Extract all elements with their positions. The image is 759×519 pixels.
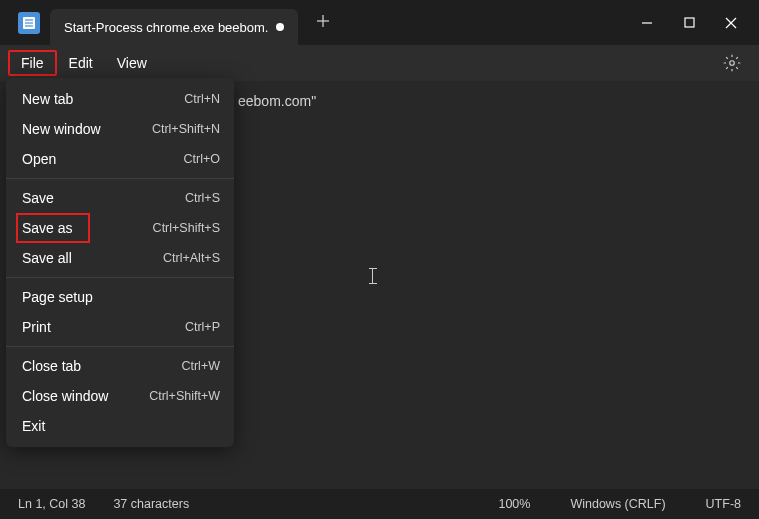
menu-view[interactable]: View — [105, 51, 159, 75]
menu-save[interactable]: SaveCtrl+S — [6, 183, 234, 213]
menu-file[interactable]: File — [8, 50, 57, 76]
menu-save-as[interactable]: Save asCtrl+Shift+S — [6, 213, 234, 243]
tab-title: Start-Process chrome.exe beebom. — [64, 20, 268, 35]
settings-button[interactable] — [719, 50, 745, 76]
menu-new-tab[interactable]: New tabCtrl+N — [6, 84, 234, 114]
status-position[interactable]: Ln 1, Col 38 — [18, 497, 85, 511]
separator — [6, 178, 234, 179]
menu-save-all[interactable]: Save allCtrl+Alt+S — [6, 243, 234, 273]
maximize-button[interactable] — [669, 8, 709, 38]
separator — [6, 277, 234, 278]
app-icon — [18, 12, 40, 34]
minimize-button[interactable] — [627, 8, 667, 38]
menu-exit[interactable]: Exit — [6, 411, 234, 441]
menu-close-window[interactable]: Close windowCtrl+Shift+W — [6, 381, 234, 411]
menubar: File Edit View — [0, 45, 759, 81]
unsaved-indicator-icon — [276, 23, 284, 31]
editor-text-fragment: eebom.com" — [238, 93, 316, 109]
menu-new-window[interactable]: New windowCtrl+Shift+N — [6, 114, 234, 144]
status-encoding[interactable]: UTF-8 — [706, 497, 741, 511]
menu-page-setup[interactable]: Page setup — [6, 282, 234, 312]
tab-active[interactable]: Start-Process chrome.exe beebom. — [50, 9, 298, 45]
menu-close-tab[interactable]: Close tabCtrl+W — [6, 351, 234, 381]
statusbar: Ln 1, Col 38 37 characters 100% Windows … — [0, 489, 759, 519]
new-tab-button[interactable] — [316, 14, 330, 32]
svg-point-10 — [730, 61, 735, 66]
status-eol[interactable]: Windows (CRLF) — [570, 497, 665, 511]
status-zoom[interactable]: 100% — [498, 497, 530, 511]
window-controls — [627, 8, 751, 38]
menu-open[interactable]: OpenCtrl+O — [6, 144, 234, 174]
separator — [6, 346, 234, 347]
close-button[interactable] — [711, 8, 751, 38]
menu-print[interactable]: PrintCtrl+P — [6, 312, 234, 342]
titlebar: Start-Process chrome.exe beebom. — [0, 0, 759, 45]
status-char-count: 37 characters — [113, 497, 189, 511]
svg-rect-7 — [685, 18, 694, 27]
file-menu-dropdown: New tabCtrl+N New windowCtrl+Shift+N Ope… — [6, 78, 234, 447]
menu-edit[interactable]: Edit — [57, 51, 105, 75]
